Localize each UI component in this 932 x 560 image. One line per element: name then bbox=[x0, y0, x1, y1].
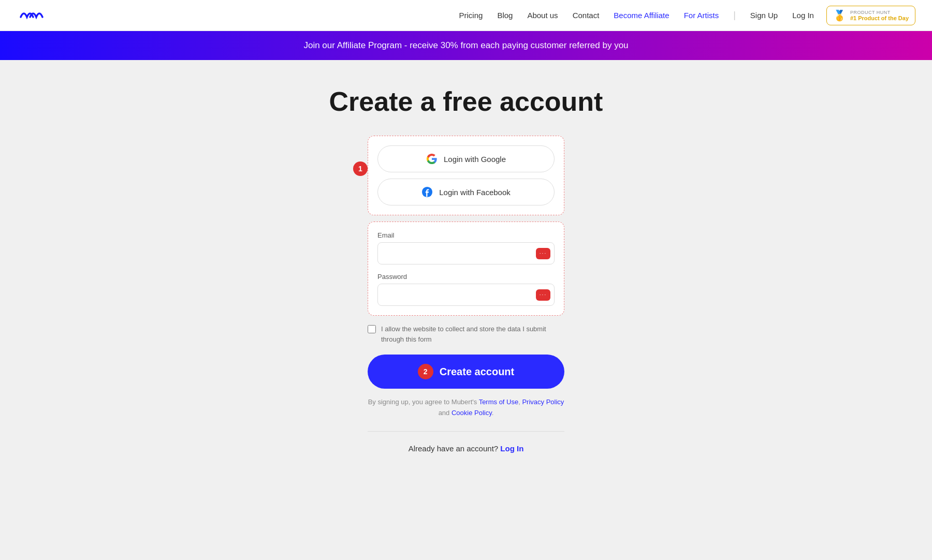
google-login-label: Login with Google bbox=[444, 155, 506, 164]
nav-pricing[interactable]: Pricing bbox=[459, 11, 483, 20]
facebook-login-button[interactable]: Login with Facebook bbox=[377, 179, 555, 205]
nav-contact[interactable]: Contact bbox=[573, 11, 600, 20]
affiliate-banner-text: Join our Affiliate Program - receive 30%… bbox=[303, 40, 628, 50]
email-input[interactable] bbox=[377, 242, 555, 264]
affiliate-banner[interactable]: Join our Affiliate Program - receive 30%… bbox=[0, 31, 932, 60]
nav-signup[interactable]: Sign Up bbox=[750, 11, 778, 20]
create-account-label: Create account bbox=[440, 366, 515, 378]
nav-artists[interactable]: For Artists bbox=[684, 11, 719, 20]
page-title: Create a free account bbox=[329, 86, 603, 117]
medal-icon: 🥇 bbox=[833, 9, 846, 22]
already-text: Already have an account? bbox=[409, 444, 498, 453]
email-field-group: Email ··· bbox=[377, 231, 555, 264]
create-account-button[interactable]: 2 Create account bbox=[368, 355, 564, 389]
nav-affiliate[interactable]: Become Affiliate bbox=[614, 11, 669, 20]
password-label: Password bbox=[377, 273, 555, 281]
email-error-badge: ··· bbox=[536, 248, 550, 259]
login-link[interactable]: Log In bbox=[500, 444, 523, 453]
facebook-icon bbox=[421, 186, 433, 198]
consent-checkbox[interactable] bbox=[368, 325, 376, 333]
product-hunt-badge[interactable]: 🥇 PRODUCT HUNT #1 Product of the Day bbox=[826, 6, 915, 25]
divider bbox=[368, 431, 564, 432]
nav-login[interactable]: Log In bbox=[792, 11, 814, 20]
ph-label: PRODUCT HUNT bbox=[850, 10, 909, 15]
email-label: Email bbox=[377, 231, 555, 239]
password-field-group: Password ··· bbox=[377, 273, 555, 306]
password-error-badge: ··· bbox=[536, 289, 550, 301]
dots-icon: ··· bbox=[540, 250, 547, 256]
ph-title: #1 Product of the Day bbox=[850, 15, 909, 21]
credentials-section: Email ··· Password ··· bbox=[368, 222, 564, 316]
password-input-wrapper: ··· bbox=[377, 284, 555, 306]
google-login-button[interactable]: Login with Google bbox=[377, 145, 555, 172]
logo[interactable] bbox=[17, 7, 58, 24]
main-content: Create a free account 1 Login with Googl… bbox=[0, 60, 932, 484]
consent-text: I allow the website to collect and store… bbox=[381, 324, 564, 344]
form-wrapper: 1 Login with Google Login with Facebook bbox=[368, 136, 564, 324]
email-input-wrapper: ··· bbox=[377, 242, 555, 264]
password-input[interactable] bbox=[377, 284, 555, 306]
nav-divider: | bbox=[733, 10, 736, 20]
nav-about[interactable]: About us bbox=[527, 11, 558, 20]
consent-row: I allow the website to collect and store… bbox=[368, 324, 564, 344]
privacy-link[interactable]: Privacy Policy bbox=[522, 398, 564, 406]
dots-icon-2: ··· bbox=[540, 292, 547, 298]
terms-link[interactable]: Terms of Use bbox=[479, 398, 519, 406]
terms-text: By signing up, you agree to Mubert's Ter… bbox=[368, 397, 564, 419]
cookie-link[interactable]: Cookie Policy bbox=[452, 409, 492, 417]
facebook-login-label: Login with Facebook bbox=[439, 188, 511, 197]
navbar: Pricing Blog About us Contact Become Aff… bbox=[0, 0, 932, 31]
nav-links: Pricing Blog About us Contact Become Aff… bbox=[459, 10, 814, 21]
google-icon bbox=[426, 153, 438, 165]
social-login-section: Login with Google Login with Facebook bbox=[368, 136, 564, 215]
step-badge-1: 1 bbox=[353, 161, 368, 176]
nav-blog[interactable]: Blog bbox=[497, 11, 513, 20]
btn-step-badge-2: 2 bbox=[418, 364, 433, 379]
already-account: Already have an account? Log In bbox=[409, 444, 524, 453]
ph-text: PRODUCT HUNT #1 Product of the Day bbox=[850, 10, 909, 21]
